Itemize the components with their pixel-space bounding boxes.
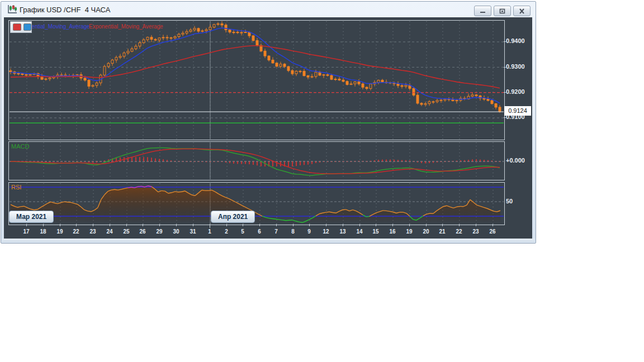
time-axis-label[interactable]: 7 [274, 228, 278, 235]
price-chart-panel[interactable] [8, 20, 505, 140]
time-axis-label[interactable]: 31 [190, 228, 196, 235]
month-badge-april: Апр 2021 [211, 211, 255, 223]
toolbar-red-button[interactable] [13, 23, 21, 31]
time-axis-label[interactable]: 16 [389, 228, 395, 235]
rsi-fill [11, 186, 500, 224]
price-axis-tick [504, 117, 506, 118]
time-axis-label[interactable]: 21 [439, 228, 445, 235]
time-axis-tick [459, 224, 460, 226]
toolbar-blue-button[interactable] [23, 23, 32, 31]
time-axis-label[interactable]: 2 [225, 228, 228, 235]
time-axis-tick [43, 224, 44, 226]
time-axis-label[interactable]: 8 [291, 228, 295, 235]
window-title: График USD /CHF 4 ЧАСА [20, 6, 110, 14]
time-axis-label[interactable]: 17 [23, 228, 29, 235]
time-axis-tick [210, 224, 210, 228]
minimize-icon [480, 8, 486, 13]
time-axis-tick [426, 224, 427, 226]
title-bar[interactable]: График USD /CHF 4 ЧАСА [1, 2, 536, 17]
time-axis-tick [409, 224, 410, 226]
time-axis-label[interactable]: 23 [89, 228, 96, 235]
time-axis-tick [143, 224, 143, 226]
time-axis-label[interactable]: 13 [339, 228, 345, 235]
restore-icon [499, 8, 505, 14]
time-axis-tick [126, 224, 127, 226]
time-axis-tick [276, 224, 277, 226]
time-axis-label[interactable]: 15 [372, 228, 378, 235]
minimize-button[interactable] [474, 6, 491, 16]
time-axis-tick [493, 224, 493, 226]
legend-ema-slow-label: Exponential_Moving_Average [89, 23, 163, 30]
price-axis-tick [504, 67, 506, 68]
time-axis-label[interactable]: 19 [406, 228, 412, 235]
time-axis-label[interactable]: 6 [258, 228, 261, 235]
time-axis-tick [159, 224, 160, 226]
time-axis-label[interactable]: 1 [208, 228, 211, 235]
time-axis-label[interactable]: 18 [40, 228, 46, 235]
macd-zero-label: +0.000 [506, 157, 525, 164]
desktop: График USD /CHF 4 ЧАСА MACD RSI Exponent… [0, 0, 644, 362]
price-axis-tick [504, 92, 506, 93]
time-axis-label[interactable]: 14 [356, 228, 362, 235]
time-axis-tick [259, 224, 260, 226]
time-axis-tick [359, 224, 360, 226]
time-axis-tick [226, 224, 227, 226]
time-axis-tick [26, 224, 27, 226]
month-badge-march: Мар 2021 [9, 211, 54, 223]
time-axis-tick [293, 224, 293, 226]
price-axis-label: 0.9300 [506, 63, 532, 70]
time-axis-tick [376, 224, 376, 226]
time-axis-tick [110, 224, 110, 226]
time-axis-label[interactable]: 23 [472, 228, 479, 235]
time-axis-tick [326, 224, 326, 226]
time-axis-tick [60, 224, 60, 226]
time-axis-tick [392, 224, 393, 226]
time-axis-label[interactable]: 22 [456, 228, 462, 235]
price-axis-label: 0.9400 [506, 37, 532, 44]
time-axis-label[interactable]: 29 [156, 228, 162, 235]
time-axis-label[interactable]: 25 [123, 228, 129, 235]
time-axis-label[interactable]: 26 [489, 228, 495, 235]
macd-label: MACD [11, 143, 29, 150]
chart-window: График USD /CHF 4 ЧАСА MACD RSI Exponent… [1, 1, 536, 244]
time-axis-tick [193, 224, 193, 226]
time-axis-tick [93, 224, 93, 226]
time-axis-tick [442, 224, 443, 226]
window-bottom-edge [2, 239, 534, 242]
close-button[interactable] [513, 6, 531, 16]
candlestick-app-icon [7, 4, 18, 14]
time-axis-label[interactable]: 20 [423, 228, 429, 235]
window-controls [474, 6, 531, 16]
time-axis-label[interactable]: 12 [323, 228, 329, 235]
indicator-toolbar [10, 21, 32, 33]
time-axis-label[interactable]: 19 [56, 228, 63, 235]
time-axis-label[interactable]: 9 [307, 228, 311, 235]
rsi-panel[interactable]: RSI [8, 182, 505, 225]
current-price-box: 0.9124 [504, 106, 531, 116]
restore-button[interactable] [494, 6, 511, 16]
time-axis-label[interactable]: 30 [173, 228, 179, 235]
time-axis-tick [176, 224, 177, 226]
time-axis-label[interactable]: 5 [241, 228, 244, 235]
macd-panel[interactable]: MACD [8, 141, 505, 180]
time-axis-tick [476, 224, 476, 226]
time-axis-label[interactable]: 24 [106, 228, 112, 235]
time-axis-tick [343, 224, 343, 226]
price-axis-tick [504, 41, 506, 42]
time-axis-tick [243, 224, 243, 226]
close-icon [519, 8, 525, 14]
time-axis-label[interactable]: 26 [139, 228, 145, 235]
rsi-label: RSI [11, 184, 21, 190]
time-axis-label[interactable]: 22 [73, 228, 79, 235]
price-axis-label: 0.9200 [506, 88, 532, 95]
time-axis-tick [76, 224, 77, 226]
time-axis-tick [309, 224, 310, 226]
rsi-mid-label: 50 [506, 198, 513, 204]
